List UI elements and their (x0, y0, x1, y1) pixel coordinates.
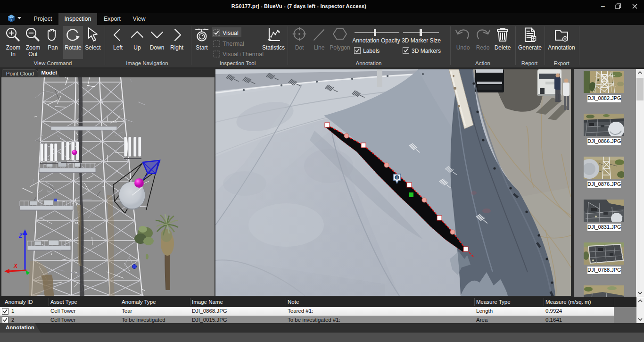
svg-text:X: X (13, 263, 18, 269)
svg-text:Z: Z (18, 233, 23, 239)
